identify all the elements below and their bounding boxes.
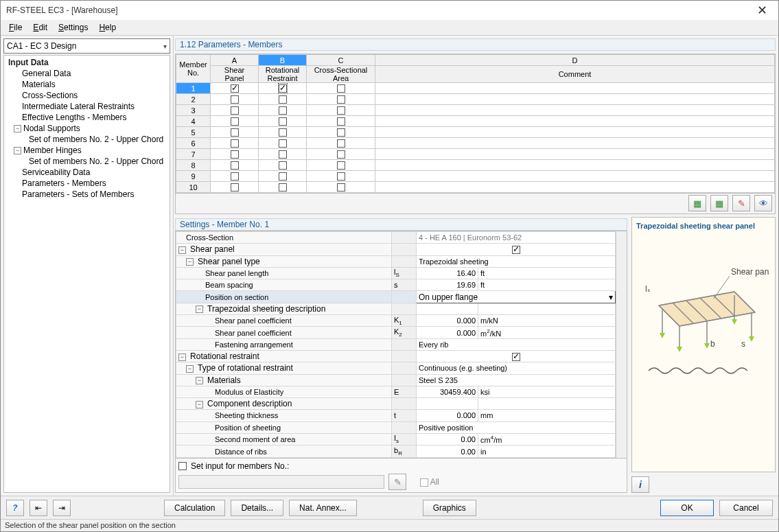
prev-icon[interactable]: ⇤ [30, 500, 47, 516]
members-grid[interactable]: Member No. A B C D ShearPanel Rotational… [175, 54, 776, 194]
checkbox[interactable] [279, 172, 287, 181]
checkbox[interactable] [279, 95, 287, 104]
checkbox[interactable] [231, 172, 239, 181]
comment-cell[interactable] [375, 116, 775, 127]
checkbox[interactable] [337, 84, 345, 93]
settings-grid[interactable]: Cross-Section4 - HE A 160 | Euronorm 53-… [175, 231, 627, 459]
checkbox[interactable] [279, 139, 287, 148]
menu-settings[interactable]: Settings [54, 21, 92, 34]
checkbox[interactable] [279, 84, 287, 93]
row-rot-restraint[interactable]: − Rotational restraint [176, 351, 392, 362]
checkbox[interactable] [279, 128, 287, 137]
checkbox[interactable] [231, 106, 239, 115]
checkbox[interactable] [231, 117, 239, 126]
tree-item[interactable]: Set of members No. 2 - Upper Chord [7, 156, 167, 167]
tree-item[interactable]: Set of members No. 2 - Upper Chord [7, 134, 167, 145]
table-row[interactable]: 7 [176, 149, 775, 160]
col-C[interactable]: C [307, 55, 375, 66]
collapse-icon[interactable]: − [14, 147, 21, 154]
checkbox[interactable] [231, 128, 239, 137]
calculation-button[interactable]: Calculation [164, 500, 225, 516]
row-sp-type[interactable]: − Shear panel type [176, 255, 392, 267]
details-button[interactable]: Details... [231, 500, 283, 516]
table-row[interactable]: 3 [176, 105, 775, 116]
checkbox[interactable] [337, 128, 345, 137]
comment-cell[interactable] [375, 83, 775, 94]
nat-annex-button[interactable]: Nat. Annex... [289, 500, 357, 516]
table-row[interactable]: 4 [176, 116, 775, 127]
table-row[interactable]: 6 [176, 138, 775, 149]
tree-nodal[interactable]: −Nodal Supports [7, 123, 167, 134]
checkbox[interactable] [337, 150, 345, 159]
checkbox[interactable] [337, 161, 345, 170]
collapse-icon[interactable]: − [14, 125, 21, 132]
comment-cell[interactable] [375, 160, 775, 171]
row-comp-desc[interactable]: − Component description [176, 398, 392, 410]
col-comment[interactable]: Comment [375, 66, 775, 83]
comment-cell[interactable] [375, 182, 775, 193]
tree-item[interactable]: Cross-Sections [7, 90, 167, 101]
checkbox[interactable] [337, 106, 345, 115]
menu-edit[interactable]: Edit [29, 21, 51, 34]
table-row[interactable]: 5 [176, 127, 775, 138]
checkbox[interactable] [279, 150, 287, 159]
checkbox[interactable] [337, 172, 345, 181]
rot-restraint-checkbox[interactable] [512, 353, 520, 361]
checkbox[interactable] [279, 161, 287, 170]
menu-help[interactable]: Help [95, 21, 120, 34]
table-row[interactable]: 10 [176, 182, 775, 193]
view-icon[interactable]: 👁 [754, 195, 772, 211]
col-cs[interactable]: Cross-SectionalArea [307, 66, 375, 83]
next-icon[interactable]: ⇥ [53, 500, 71, 516]
checkbox[interactable] [279, 106, 287, 115]
tree-item[interactable]: General Data [7, 68, 167, 79]
checkbox[interactable] [231, 150, 239, 159]
excel-export-icon[interactable]: ▦ [688, 195, 706, 211]
checkbox[interactable] [231, 139, 239, 148]
info-icon[interactable]: i [631, 476, 649, 493]
set-input-checkbox[interactable] [178, 462, 187, 470]
row-trap-desc[interactable]: − Trapezoidal sheeting description [176, 303, 392, 314]
table-row[interactable]: 1 [176, 83, 775, 94]
checkbox[interactable] [337, 183, 345, 192]
col-A[interactable]: A [211, 55, 259, 66]
help-icon[interactable]: ? [6, 500, 24, 516]
checkbox[interactable] [279, 117, 287, 126]
checkbox[interactable] [279, 183, 287, 192]
comment-cell[interactable] [375, 149, 775, 160]
col-rot[interactable]: RotationalRestraint [259, 66, 307, 83]
tree-item[interactable]: Serviceability Data [7, 167, 167, 178]
pick-icon[interactable]: ✎ [732, 195, 750, 211]
comment-cell[interactable] [375, 171, 775, 182]
ok-button[interactable]: OK [660, 500, 714, 516]
excel-import-icon[interactable]: ▦ [710, 195, 728, 211]
scrollbar[interactable] [616, 231, 627, 458]
graphics-button[interactable]: Graphics [423, 500, 476, 516]
row-shear-panel[interactable]: − Shear panel [176, 244, 392, 255]
tree-hinges[interactable]: −Member Hinges [7, 145, 167, 156]
tree-root[interactable]: Input Data [7, 57, 167, 68]
menu-file[interactable]: File [5, 21, 26, 34]
tree-item[interactable]: Materials [7, 79, 167, 90]
table-row[interactable]: 9 [176, 171, 775, 182]
row-materials[interactable]: − Materials [176, 374, 392, 386]
comment-cell[interactable] [375, 138, 775, 149]
checkbox[interactable] [231, 84, 239, 93]
row-rot-type[interactable]: − Type of rotational restraint [176, 362, 392, 374]
shear-panel-checkbox[interactable] [512, 246, 520, 254]
col-shear[interactable]: ShearPanel [211, 66, 259, 83]
checkbox[interactable] [231, 161, 239, 170]
tree-item[interactable]: Effective Lengths - Members [7, 112, 167, 123]
comment-cell[interactable] [375, 94, 775, 105]
col-D[interactable]: D [375, 55, 775, 66]
design-combo[interactable]: CA1 - EC 3 Design ▾ [3, 38, 170, 54]
close-icon[interactable]: ✕ [752, 3, 773, 18]
comment-cell[interactable] [375, 127, 775, 138]
table-row[interactable]: 2 [176, 94, 775, 105]
col-member-no[interactable]: Member No. [176, 55, 211, 83]
checkbox[interactable] [337, 117, 345, 126]
tree-item[interactable]: Intermediate Lateral Restraints [7, 101, 167, 112]
cancel-button[interactable]: Cancel [719, 500, 773, 516]
checkbox[interactable] [231, 95, 239, 104]
table-row[interactable]: 8 [176, 160, 775, 171]
